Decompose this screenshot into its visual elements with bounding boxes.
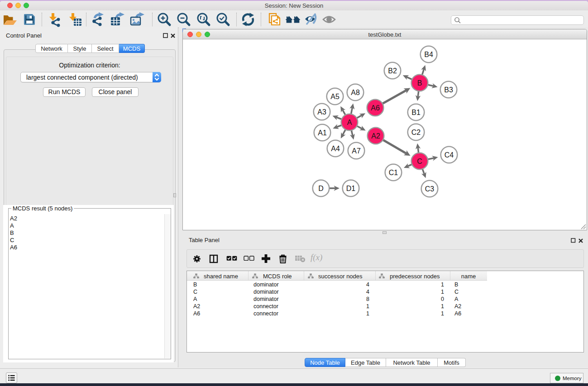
svg-text:A1: A1 xyxy=(318,129,327,137)
svg-text:C2: C2 xyxy=(411,129,421,136)
svg-text:B4: B4 xyxy=(424,51,433,58)
svg-text:A4: A4 xyxy=(331,145,340,152)
svg-text:D: D xyxy=(318,185,324,192)
svg-text:C4: C4 xyxy=(445,151,454,159)
svg-text:B3: B3 xyxy=(444,86,453,94)
svg-text:B: B xyxy=(417,79,422,87)
svg-text:A7: A7 xyxy=(352,147,361,155)
svg-text:A5: A5 xyxy=(330,93,339,100)
svg-text:A6: A6 xyxy=(371,104,380,112)
svg-text:B2: B2 xyxy=(388,67,397,75)
svg-text:A2: A2 xyxy=(371,132,380,140)
svg-text:D1: D1 xyxy=(346,185,356,192)
svg-text:A3: A3 xyxy=(317,108,326,116)
svg-text:C3: C3 xyxy=(425,185,435,193)
svg-text:C: C xyxy=(417,157,422,165)
svg-text:B1: B1 xyxy=(411,109,421,116)
svg-text:A8: A8 xyxy=(351,89,360,96)
svg-text:C1: C1 xyxy=(389,169,398,176)
svg-text:A: A xyxy=(347,119,352,126)
